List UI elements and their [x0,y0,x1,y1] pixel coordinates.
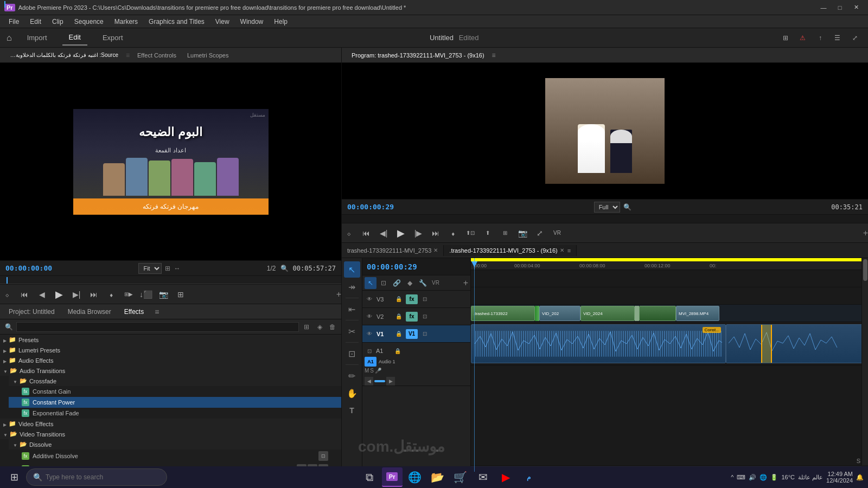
program-tab-menu[interactable]: ≡ [492,52,496,59]
program-icon1[interactable]: 🔍 [623,203,631,211]
menu-graphics[interactable]: Graphics and Titles [144,17,209,27]
track-a1-solo[interactable]: S [370,368,374,374]
dissolve-header[interactable]: 📂 Dissolve [9,439,341,450]
track-a1-vol-left[interactable]: ◀ [365,377,373,386]
prog-add-button[interactable]: + [863,228,868,238]
fx-group-presets-header[interactable]: 📁 Presets [0,335,341,345]
prog-step-forward[interactable]: ⏭ [429,226,443,240]
maximize-button[interactable]: □ [832,0,847,15]
source-step-forward[interactable]: ⏭ [87,287,101,301]
source-back-frame[interactable]: ◀ [35,287,49,301]
track-v2-toggle[interactable]: fx [406,312,418,322]
track-a1-lock[interactable]: 🔒 [393,346,403,356]
workspace-list-icon[interactable]: ☰ [831,31,844,44]
source-timecode[interactable]: 00:00:00:00 [5,264,52,272]
prog-mark-out[interactable]: ⬧ [446,226,460,240]
track-v1-eye[interactable]: 👁 [365,329,374,339]
prog-back-frame[interactable]: ◀| [376,226,391,240]
source-zoom-icon[interactable]: 🔍 [280,265,289,272]
seq-tab-1[interactable]: trashed-1733922111-MVI_2753 ✕ [342,245,444,256]
fx-group-lumetri-header[interactable]: 📁 Lumetri Presets [0,345,341,355]
tl-tool-wrench[interactable]: 🔧 [417,277,429,289]
timeline-timecode[interactable]: 00:00:00:29 [367,262,417,271]
menu-file[interactable]: File [4,17,23,27]
home-icon[interactable]: ⌂ [7,33,12,43]
prog-camera[interactable]: 📷 [515,226,529,240]
tl-tool-vr[interactable]: VR [430,277,442,289]
crossfade-header[interactable]: 📂 Crossfade [9,376,341,386]
program-fit-select[interactable]: Full [594,202,620,213]
tab-edit[interactable]: Edit [62,30,87,46]
effects-search-input[interactable] [16,322,299,332]
workspace-grid-icon[interactable]: ⊞ [779,31,792,44]
taskbar-premiere[interactable]: Pr [382,467,403,487]
prog-play-button[interactable]: ▶ [394,226,408,240]
seq-tab-2-close[interactable]: ✕ [560,247,564,253]
tab-import[interactable]: Import [21,30,54,45]
new-bin-icon[interactable]: ⊞ [301,322,312,332]
prog-compare[interactable]: ⊞ [498,226,512,240]
start-button[interactable]: ⊞ [4,467,24,487]
workspace-expand-icon[interactable]: ⤢ [848,31,861,44]
tool-hand[interactable]: ✋ [344,385,360,401]
tl-clip-1[interactable]: .trashed-1733922 [471,306,535,321]
project-tab[interactable]: Project: Untitled [4,306,59,318]
taskbar-youtube[interactable]: ▶ [496,467,516,487]
track-v1-settings[interactable]: ⊡ [420,329,430,339]
tool-ripple[interactable]: ⇤ [344,301,360,317]
effects-tab[interactable]: Effects [120,306,148,318]
seq-tab-2-menu[interactable]: ≡ [567,247,571,254]
menu-edit[interactable]: Edit [25,17,46,27]
lumetri-tab[interactable]: Lumetri Scopes [182,50,234,61]
new-custom-bin-icon[interactable]: ◈ [314,322,325,332]
source-add-button[interactable]: + [336,290,341,299]
program-timecode[interactable]: 00:00:00:29 [347,203,394,211]
vscroll-thumb[interactable] [863,259,867,281]
tool-track-select[interactable]: ↠ [344,279,360,295]
fx-item-exponential-fade[interactable]: fx Exponential Fade [9,408,341,419]
taskbar-task-view[interactable]: ⧉ [359,467,380,487]
taskbar-edge[interactable]: 🌐 [405,467,425,487]
source-step-back[interactable]: ⏮ [17,287,31,301]
tl-tool-marker[interactable]: ◆ [404,277,416,289]
track-v3-eye[interactable]: 👁 [365,294,374,304]
track-v1-lock[interactable]: 🔒 [394,329,404,339]
tl-clip-5[interactable]: MVI_2898.MP4 [676,306,719,321]
source-play-button[interactable]: ▶ [52,287,66,301]
taskbar-explorer[interactable]: 📂 [427,467,448,487]
notification-icon[interactable]: 🔔 [856,474,864,481]
source-fit-select[interactable]: Fit [138,263,162,274]
media-browser-tab[interactable]: Media Browser [63,306,116,318]
source-icon1[interactable]: ⊞ [165,265,170,272]
source-insert[interactable]: ⊞▶ [122,287,136,301]
system-chevron[interactable]: ^ [731,474,733,480]
track-a1-toggle[interactable]: A1 [365,357,376,367]
tl-clip-2[interactable]: VID_202 [539,306,580,321]
track-v2-lock[interactable]: 🔒 [394,312,404,322]
tl-add-button[interactable]: + [463,278,468,288]
tl-tool-link[interactable]: 🔗 [391,277,403,289]
prog-fullscreen[interactable]: ⤢ [533,226,547,240]
seq-tab-1-close[interactable]: ✕ [433,247,438,253]
prog-vr[interactable]: VR [550,226,564,240]
menu-help[interactable]: Help [270,17,292,27]
prog-forward-frame[interactable]: |▶ [411,226,425,240]
source-forward-frame[interactable]: ▶| [69,287,84,301]
track-a1-vol-right[interactable]: ▶ [386,377,395,386]
track-v2-settings[interactable]: ⊡ [420,312,430,322]
source-settings[interactable]: ⊞ [174,287,188,301]
tl-clip-audio-1[interactable]: Const... [471,324,726,363]
workspace-share-icon[interactable]: ↑ [814,31,827,44]
minimize-button[interactable]: — [816,0,831,15]
close-button[interactable]: ✕ [848,0,864,15]
source-icon2[interactable]: ↔ [174,265,180,272]
tool-razor[interactable]: ✂ [344,323,360,339]
source-mark-in[interactable]: ⬦ [0,287,14,301]
battery-icon[interactable]: 🔋 [770,474,778,481]
fx-group-video-transitions-header[interactable]: 📂 Video Transitions [0,429,341,439]
seq-tab-2[interactable]: .trashed-1733922111-MVI_2753 - (9x16) ✕ … [444,245,577,256]
timeline-vscroll[interactable] [861,258,868,465]
source-mark-out[interactable]: ⬧ [104,287,118,301]
prog-step-back[interactable]: ⏮ [359,226,373,240]
track-a1-mic[interactable]: 🎤 [375,368,381,374]
